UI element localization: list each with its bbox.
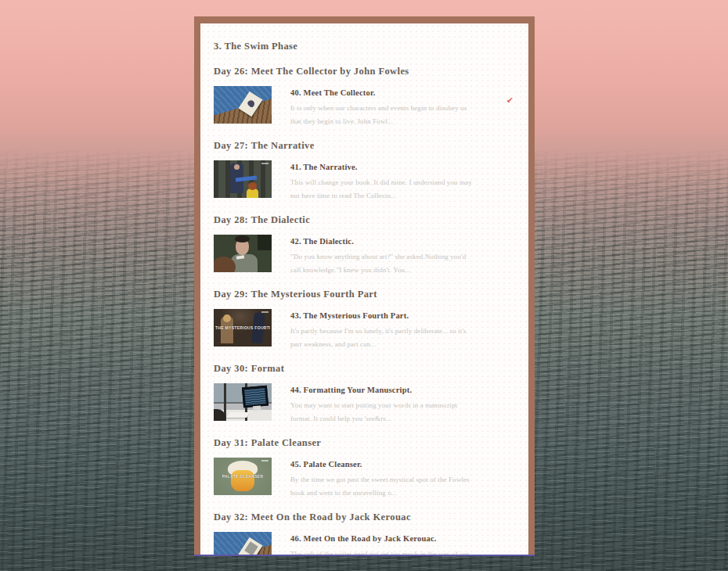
thumb-overlay-title: PALATE CLEANSER xyxy=(215,474,270,479)
lesson-title[interactable]: 44. Formatting Your Manuscript. xyxy=(290,385,478,395)
lesson-title[interactable]: 40. Meet The Collector. xyxy=(290,88,478,98)
thumb-keyboard-shape xyxy=(226,412,250,418)
day-heading-29: Day 29: The Mysterious Fourth Part xyxy=(214,288,515,301)
thumb-overlay-title: THE MYSTERIOUS FOURTH PART xyxy=(215,325,270,330)
lesson-text: 40. Meet The Collector. It is only when … xyxy=(290,86,478,127)
thumb-corner-mark xyxy=(261,311,268,313)
thumb-shadow-shape xyxy=(214,409,225,421)
lesson-text: 42. The Dialectic. "Do you know anything… xyxy=(290,235,478,276)
lesson-description: It is only when our characters and event… xyxy=(290,102,478,127)
lesson-title[interactable]: 46. Meet On the Road by Jack Kerouac. xyxy=(290,533,478,544)
lesson-thumbnail-book-on-pool-deck[interactable] xyxy=(214,86,272,124)
day-heading-27: Day 27: The Narrative xyxy=(214,139,515,153)
lesson-thumbnail-book-on-pool-deck[interactable] xyxy=(214,532,272,555)
lesson-row[interactable]: 44. Formatting Your Manuscript. You may … xyxy=(214,383,515,425)
lesson-title[interactable]: 42. The Dialectic. xyxy=(290,236,478,246)
lesson-title[interactable]: 43. The Mysterious Fourth Part. xyxy=(290,311,478,321)
lesson-thumbnail-beer-glass[interactable]: PALATE CLEANSER xyxy=(214,458,272,495)
day-heading-32: Day 32: Meet On the Road by Jack Kerouac xyxy=(214,511,515,524)
lesson-text: 41. The Narrative. This will change your… xyxy=(290,160,478,202)
section-title: 3. The Swim Phase xyxy=(214,40,515,53)
lesson-row[interactable]: 41. The Narrative. This will change your… xyxy=(214,160,515,202)
lesson-row[interactable]: 40. Meet The Collector. It is only when … xyxy=(214,86,515,127)
lesson-title[interactable]: 41. The Narrative. xyxy=(290,162,478,172)
lesson-row[interactable]: 46. Meet On the Road by Jack Kerouac. Th… xyxy=(214,532,515,555)
lesson-text: 44. Formatting Your Manuscript. You may … xyxy=(290,383,478,425)
course-outline-card: 3. The Swim Phase Day 26: Meet The Colle… xyxy=(200,23,528,555)
thumb-corner-mark xyxy=(261,163,268,164)
thumb-corner-mark xyxy=(261,460,268,461)
lesson-thumbnail-desk-computer[interactable] xyxy=(214,383,272,421)
day-heading-30: Day 30: Format xyxy=(214,362,515,375)
lesson-description: You may want to start putting your words… xyxy=(290,399,478,425)
course-outline-frame: 3. The Swim Phase Day 26: Meet The Colle… xyxy=(194,16,535,556)
lesson-row[interactable]: PALATE CLEANSER 45. Palate Cleanser. By … xyxy=(214,458,515,499)
lesson-description: By the time we got past the sweet mystic… xyxy=(290,473,478,499)
lesson-description: The cult of the writer need not get too … xyxy=(290,548,478,555)
lesson-text: 43. The Mysterious Fourth Part. It's par… xyxy=(290,309,478,350)
lesson-row[interactable]: 42. The Dialectic. "Do you know anything… xyxy=(214,235,515,276)
day-heading-31: Day 31: Palate Cleanser xyxy=(214,436,515,450)
lesson-text: 45. Palate Cleanser. By the time we got … xyxy=(290,458,478,499)
day-heading-28: Day 28: The Dialectic xyxy=(214,214,515,227)
thumb-monitor-shape xyxy=(242,386,268,408)
thumb-face-shape xyxy=(236,238,249,255)
lesson-thumbnail-movie-scene[interactable] xyxy=(214,160,272,198)
lesson-thumbnail-dark-scene[interactable]: THE MYSTERIOUS FOURTH PART xyxy=(214,309,272,347)
course-outline-content: 3. The Swim Phase Day 26: Meet The Colle… xyxy=(200,23,528,555)
lesson-thumbnail-closeup-face[interactable] xyxy=(214,235,272,272)
thumb-woman-shape xyxy=(247,189,258,198)
lesson-title[interactable]: 45. Palate Cleanser. xyxy=(290,459,478,469)
lesson-description: This will change your book. It did mine.… xyxy=(290,176,478,202)
lesson-text: 46. Meet On the Road by Jack Kerouac. Th… xyxy=(290,532,478,555)
day-heading-26: Day 26: Meet The Collector by John Fowle… xyxy=(214,65,515,78)
lesson-description: "Do you know anything about art?" she as… xyxy=(290,250,478,276)
thumb-beer-shape xyxy=(231,470,254,491)
lesson-row[interactable]: THE MYSTERIOUS FOURTH PART 43. The Myste… xyxy=(214,309,515,350)
lesson-description: It's partly because I'm so lonely, it's … xyxy=(290,325,478,350)
completed-check-icon: ✔ xyxy=(506,86,515,106)
